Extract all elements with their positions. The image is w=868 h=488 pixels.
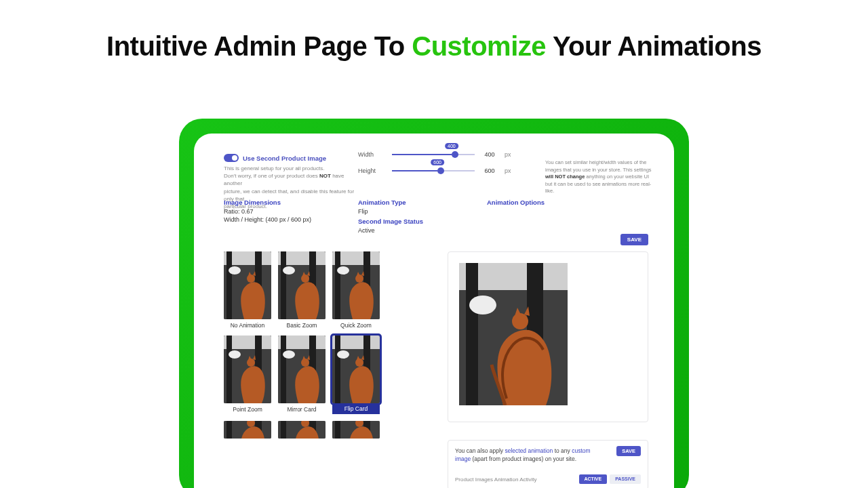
title-post: Your Animations — [546, 31, 762, 61]
animation-thumbnail — [332, 421, 380, 439]
animation-thumbnail — [278, 336, 326, 403]
ratio-line: Ratio: 0.67 — [224, 208, 358, 215]
svg-point-10 — [283, 266, 295, 274]
height-unit: px — [505, 167, 514, 174]
svg-point-28 — [283, 350, 295, 359]
svg-rect-39 — [226, 421, 232, 439]
animation-thumbnail — [224, 421, 271, 439]
settings-description: You can set similar height/width values … — [545, 159, 654, 195]
svg-rect-21 — [226, 336, 232, 403]
animation-label: Flip Card — [332, 403, 380, 414]
toggle-label: Use Second Product Image — [243, 155, 326, 162]
svg-point-34 — [337, 350, 349, 359]
device-frame: Use Second Product Image This is general… — [179, 119, 689, 488]
animation-option-basic-zoom[interactable]: Basic Zoom — [278, 251, 326, 329]
tab-passive[interactable]: PASSIVE — [610, 474, 641, 484]
animation-option-flip-card[interactable]: Flip Card — [332, 336, 380, 414]
animation-options-header: Animation Options — [487, 199, 648, 206]
preview-image — [459, 263, 568, 405]
preview-panel — [448, 251, 648, 422]
svg-point-22 — [229, 350, 241, 359]
device-screen: Use Second Product Image This is general… — [194, 134, 674, 488]
animation-option-point-zoom[interactable]: Point Zoom — [224, 336, 271, 414]
svg-rect-15 — [335, 251, 340, 319]
svg-rect-33 — [335, 336, 340, 403]
animation-label: Mirror Card — [278, 406, 326, 413]
width-slider[interactable]: 400 — [392, 154, 475, 155]
svg-point-58 — [469, 296, 496, 314]
wh-line: Width / Height: (400 px / 600 px) — [224, 216, 358, 223]
svg-point-16 — [337, 266, 349, 274]
animation-label: Quick Zoom — [332, 322, 380, 329]
save-button[interactable]: SAVE — [620, 234, 648, 245]
svg-rect-9 — [281, 251, 286, 319]
height-value: 600 — [480, 167, 499, 174]
animation-thumbnail — [224, 336, 271, 403]
animation-thumbnail — [332, 336, 380, 403]
height-label: Height — [358, 167, 387, 174]
svg-rect-27 — [281, 336, 286, 403]
animation-option-row6[interactable] — [224, 421, 271, 439]
animation-option-no-animation[interactable]: No Animation — [224, 251, 271, 329]
width-label: Width — [358, 151, 387, 158]
height-slider[interactable]: 600 — [392, 170, 475, 171]
title-accent: Customize — [412, 31, 546, 61]
image-dimensions-header: Image Dimensions — [224, 199, 358, 206]
animation-thumbnail — [332, 251, 380, 319]
page-title: Intuitive Admin Page To Customize Your A… — [0, 0, 868, 62]
width-value: 400 — [480, 151, 499, 158]
animation-type-value: Flip — [358, 208, 487, 215]
svg-rect-51 — [335, 421, 340, 439]
animation-label: Point Zoom — [224, 406, 271, 413]
animation-type-header: Animation Type — [358, 199, 487, 206]
animation-thumbnail — [278, 251, 326, 319]
tab-active[interactable]: ACTIVE — [579, 474, 608, 484]
save-button-secondary[interactable]: SAVE — [616, 446, 641, 456]
selected-animation-link[interactable]: selected animation — [505, 447, 553, 454]
custom-image-note: SAVE You can also apply selected animati… — [448, 440, 648, 488]
svg-rect-45 — [281, 421, 286, 439]
animation-thumbnail — [278, 421, 326, 439]
dimension-sliders: Width 400 400 px Height — [358, 151, 514, 184]
animation-label: Basic Zoom — [278, 322, 326, 329]
animation-label: No Animation — [224, 322, 271, 329]
animation-option-row8[interactable] — [332, 421, 380, 439]
svg-point-4 — [229, 266, 241, 274]
activity-title: Product Images Animation Activity — [455, 476, 537, 483]
second-image-status-header: Second Image Status — [358, 218, 487, 225]
svg-rect-57 — [466, 263, 478, 405]
animation-thumbnail — [224, 251, 271, 319]
animation-option-row7[interactable] — [278, 421, 326, 439]
title-pre: Intuitive Admin Page To — [106, 31, 412, 61]
second-image-status-value: Active — [358, 227, 487, 234]
animation-option-mirror-card[interactable]: Mirror Card — [278, 336, 326, 414]
animation-option-quick-zoom[interactable]: Quick Zoom — [332, 251, 380, 329]
animation-grid: No Animation Basic Zoom Quick Zoom Point… — [224, 251, 414, 439]
width-unit: px — [505, 151, 514, 158]
use-second-image-toggle[interactable] — [224, 154, 239, 162]
svg-rect-3 — [226, 251, 232, 319]
